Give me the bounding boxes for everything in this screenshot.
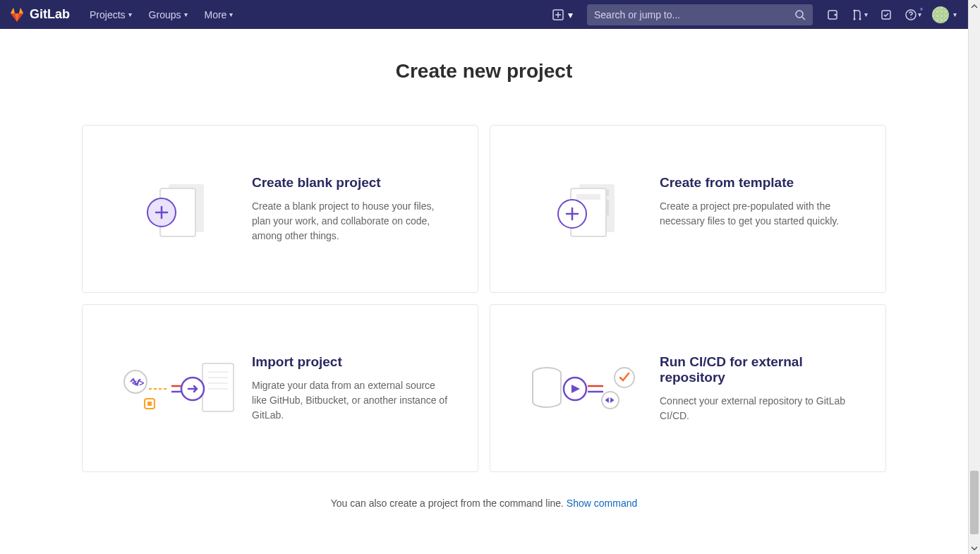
page-title: Create new project [0,60,968,83]
notification-dot-icon [919,6,924,12]
issues-icon[interactable] [821,1,844,29]
chevron-down-icon: ▾ [128,11,132,18]
brand-name: GitLab [30,7,70,22]
import-project-card[interactable]: </> Import project Migrate your data fro… [82,304,478,472]
svg-point-6 [853,9,855,11]
card-title: Create from template [660,175,857,191]
scroll-down-button[interactable] [969,542,981,554]
chevron-down-icon: ▾ [184,11,188,18]
svg-rect-17 [576,194,600,200]
user-menu[interactable]: ▾ [928,1,960,29]
card-description: Create a blank project to house your fil… [252,199,449,243]
scrollbar-thumb[interactable] [970,471,979,534]
project-options-grid: Create blank project Create a blank proj… [82,125,886,472]
create-blank-project-card[interactable]: Create blank project Create a blank proj… [82,125,478,293]
cicd-illustration [519,354,660,425]
svg-point-5 [859,18,861,20]
chevron-down-icon: ▾ [864,11,868,18]
chevron-down-icon: ▾ [953,11,957,18]
svg-point-4 [853,18,855,20]
page-content: Create new project Create blank project … [0,29,968,509]
card-title: Run CI/CD for external repository [660,354,857,385]
svg-point-1 [796,11,803,18]
create-new-menu[interactable]: ▾ [547,9,579,20]
card-title: Import project [252,354,449,370]
import-illustration: </> [111,354,252,425]
search-field[interactable] [594,9,794,20]
svg-text:</>: </> [132,378,144,388]
top-nav: GitLab Projects ▾ Groups ▾ More ▾ ▾ ▾ ▾ [0,0,968,29]
card-description: Migrate your data from an external sourc… [252,378,449,423]
browser-scrollbar[interactable] [968,0,980,554]
card-title: Create blank project [252,175,449,191]
card-description: Create a project pre-populated with the … [660,199,857,229]
chevron-down-icon: ▾ [918,11,921,18]
cli-note: You can also create a project from the c… [0,498,968,509]
svg-rect-31 [147,402,152,406]
template-illustration [519,175,660,246]
scrollbar-track[interactable] [969,12,980,542]
search-input[interactable] [587,4,813,25]
create-from-template-card[interactable]: Create from template Create a project pr… [490,125,886,293]
nav-more[interactable]: More ▾ [196,0,242,29]
card-description: Connect your external repository to GitL… [660,394,857,423]
blank-project-illustration [111,175,252,246]
chevron-down-icon: ▾ [568,9,573,20]
help-menu[interactable]: ▾ [897,1,928,29]
nav-groups-label: Groups [149,9,181,20]
chevron-down-icon: ▾ [229,11,233,18]
cli-note-text: You can also create a project from the c… [331,498,567,509]
merge-requests-icon[interactable]: ▾ [844,1,875,29]
nav-projects[interactable]: Projects ▾ [81,0,140,29]
show-command-link[interactable]: Show command [567,498,637,509]
gitlab-logo[interactable]: GitLab [8,6,70,23]
svg-point-9 [910,17,912,18]
cicd-external-card[interactable]: Run CI/CD for external repository Connec… [490,304,886,472]
nav-more-label: More [205,9,227,20]
search-icon [794,9,806,20]
tanuki-icon [8,6,25,23]
nav-groups[interactable]: Groups ▾ [140,0,196,29]
nav-projects-label: Projects [90,9,126,20]
avatar [932,6,949,23]
svg-point-3 [835,13,837,16]
plus-square-icon [552,9,564,20]
svg-rect-19 [202,363,234,411]
todos-icon[interactable] [875,1,897,29]
scroll-up-button[interactable] [969,0,981,12]
